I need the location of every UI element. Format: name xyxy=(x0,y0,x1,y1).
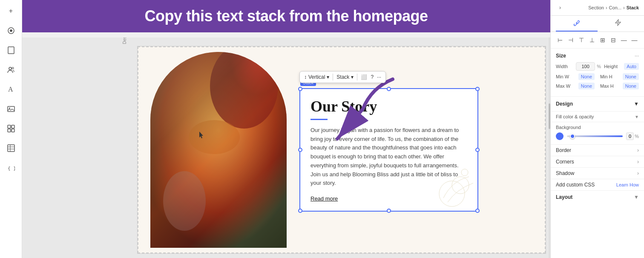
scroll-thumb[interactable] xyxy=(549,103,550,129)
align-center-h-btn[interactable]: ⊣ xyxy=(566,35,575,45)
align-left-btn[interactable]: ⊢ xyxy=(556,35,565,45)
svg-rect-11 xyxy=(12,129,14,132)
arch-image xyxy=(150,52,287,248)
height-value[interactable]: Auto xyxy=(624,63,639,70)
code-icon[interactable]: { } xyxy=(5,162,17,174)
handle-top-right[interactable] xyxy=(475,87,480,91)
breadcrumb-current: Stack xyxy=(627,5,639,10)
max-w-value[interactable]: None xyxy=(578,83,595,89)
svg-point-20 xyxy=(163,171,206,231)
border-label: Border xyxy=(556,147,571,153)
align-right-btn[interactable]: ⊤ xyxy=(577,35,586,45)
stack-label[interactable]: Stack ▾ xyxy=(336,74,354,80)
width-value[interactable]: 100 xyxy=(576,62,595,71)
vertical-dropdown[interactable]: ↕ Vertical ▾ xyxy=(304,74,329,80)
handle-middle-right[interactable] xyxy=(475,148,480,152)
max-w-label: Max W xyxy=(556,83,573,89)
bg-color-picker[interactable] xyxy=(556,132,564,140)
background-section: Background 0 % xyxy=(551,122,644,145)
bg-opacity-slider[interactable] xyxy=(567,135,623,137)
people-icon[interactable] xyxy=(5,64,17,76)
frame-btn[interactable]: ⬜ xyxy=(361,74,367,80)
design-header[interactable]: Design ▼ xyxy=(556,101,639,107)
svg-rect-2 xyxy=(8,47,14,54)
shadow-row[interactable]: Shadow › xyxy=(551,168,644,179)
help-btn[interactable]: ? xyxy=(371,74,374,80)
tab-link[interactable] xyxy=(556,16,598,32)
canvas-frame: ↕ Vertical ▾ Stack ▾ ⬜ ? ··· xyxy=(137,46,546,254)
min-h-label: Min H xyxy=(600,74,617,79)
svg-point-7 xyxy=(9,108,10,109)
layout-label: Layout xyxy=(556,194,572,200)
handle-bottom-left[interactable] xyxy=(298,209,302,213)
width-label: Width xyxy=(556,64,573,69)
design-title: Design xyxy=(556,101,573,107)
right-panel-header: › Section › Con... › Stack xyxy=(551,0,644,16)
handle-top-center[interactable] xyxy=(387,87,391,91)
floral-decoration xyxy=(426,160,477,211)
pages-icon[interactable] xyxy=(5,44,17,56)
bg-slider-thumb[interactable] xyxy=(570,134,575,139)
handle-bottom-center[interactable] xyxy=(387,209,391,213)
handle-middle-left[interactable] xyxy=(298,148,302,152)
handle-top-left[interactable] xyxy=(298,87,302,91)
learn-how-link[interactable]: Learn How xyxy=(616,182,639,187)
stack-selected-element[interactable]: Stack Our Story xyxy=(299,88,478,212)
tab-lightning[interactable] xyxy=(598,16,639,32)
align-center-v-btn[interactable]: ⊞ xyxy=(598,35,607,45)
svg-rect-12 xyxy=(8,145,14,152)
corners-row[interactable]: Corners › xyxy=(551,156,644,168)
align-more-btn[interactable]: — xyxy=(630,35,639,45)
text-icon[interactable]: A xyxy=(5,83,17,95)
svg-point-19 xyxy=(189,120,240,154)
breadcrumb: Section › Con... › Stack xyxy=(588,5,639,10)
layers-icon[interactable] xyxy=(5,25,17,37)
max-w-row: Max W None Max H None xyxy=(556,83,639,89)
breadcrumb-con[interactable]: Con... xyxy=(609,5,621,10)
max-h-value[interactable]: None xyxy=(623,83,639,89)
bg-percent-value[interactable]: 0 xyxy=(626,132,634,140)
align-distribute-btn[interactable]: — xyxy=(619,35,628,45)
layout-arrow: ▼ xyxy=(634,194,639,200)
border-row[interactable]: Border › xyxy=(551,145,644,156)
more-btn[interactable]: ··· xyxy=(377,74,381,80)
svg-point-22 xyxy=(452,177,469,194)
shadow-arrow: › xyxy=(637,170,639,176)
bg-unit: % xyxy=(635,134,639,139)
fill-arrow: ▼ xyxy=(635,115,639,119)
section-content: ↕ Vertical ▾ Stack ▾ ⬜ ? ··· xyxy=(138,46,546,253)
table-icon[interactable] xyxy=(5,142,17,154)
custom-css-row: Add custom CSS Learn How xyxy=(551,179,644,191)
min-h-value[interactable]: None xyxy=(623,73,639,80)
min-w-value[interactable]: None xyxy=(578,73,595,80)
main-canvas-area: Copy this text stack from the homepage D… xyxy=(22,0,550,258)
width-unit: % xyxy=(597,64,601,69)
design-section: Design ▼ xyxy=(551,97,644,112)
align-top-btn[interactable]: ⊥ xyxy=(588,35,597,45)
fill-row[interactable]: Fill color & opacity ▼ xyxy=(556,112,639,122)
svg-point-3 xyxy=(9,67,12,70)
stack-toolbar: ↕ Vertical ▾ Stack ▾ ⬜ ? ··· xyxy=(299,71,386,83)
panel-expand-btn[interactable]: › xyxy=(556,3,564,12)
design-arrow: ▼ xyxy=(634,101,639,107)
toolbar-divider xyxy=(333,74,333,80)
breadcrumb-section[interactable]: Section xyxy=(588,5,604,10)
scroll-indicator[interactable] xyxy=(549,37,550,258)
svg-rect-8 xyxy=(8,125,11,128)
story-divider xyxy=(310,119,328,120)
svg-point-1 xyxy=(10,29,12,32)
size-dots[interactable]: ··· xyxy=(635,53,639,59)
add-icon[interactable]: + xyxy=(5,5,17,17)
layout-row[interactable]: Layout ▼ xyxy=(551,191,644,204)
height-label: Height xyxy=(604,64,621,69)
widgets-icon[interactable] xyxy=(5,123,17,135)
canvas-viewport[interactable]: Desktop (Primary) xyxy=(22,37,550,258)
breadcrumb-sep2: › xyxy=(623,5,625,10)
background-label: Background xyxy=(556,125,639,130)
tutorial-banner: Copy this text stack from the homepage xyxy=(22,0,550,32)
align-bottom-btn[interactable]: ⊟ xyxy=(609,35,618,45)
right-panel: › Section › Con... › Stack ⊢ ⊣ ⊤ ⊥ ⊞ xyxy=(550,0,644,258)
media-icon[interactable] xyxy=(5,103,17,115)
read-more-link[interactable]: Read more xyxy=(310,195,338,202)
width-input: 100 % xyxy=(576,62,601,71)
